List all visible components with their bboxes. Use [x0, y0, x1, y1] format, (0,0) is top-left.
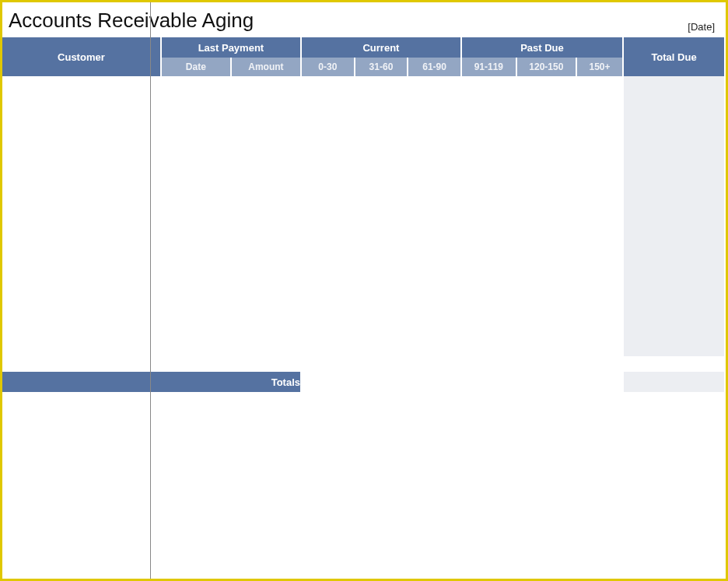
cell-amount[interactable]: [231, 76, 301, 95]
cell-b150p[interactable]: [576, 95, 623, 114]
cell-customer[interactable]: [2, 170, 161, 188]
cell-total[interactable]: [623, 300, 725, 319]
cell-date[interactable]: [161, 170, 231, 188]
cell-b120_150[interactable]: [516, 263, 576, 282]
cell-b31_60[interactable]: [355, 170, 408, 188]
cell-customer[interactable]: [2, 207, 161, 226]
cell-customer[interactable]: [2, 244, 161, 263]
cell-b61_90[interactable]: [408, 188, 461, 207]
cell-b150p[interactable]: [576, 170, 623, 188]
cell-b91_119[interactable]: [461, 282, 516, 300]
cell-customer[interactable]: [2, 151, 161, 170]
cell-b31_60[interactable]: [355, 282, 408, 300]
cell-b150p[interactable]: [576, 300, 623, 319]
cell-b150p[interactable]: [576, 319, 623, 338]
cell-b120_150[interactable]: [516, 244, 576, 263]
cell-customer[interactable]: [2, 338, 161, 356]
cell-b31_60[interactable]: [355, 244, 408, 263]
cell-amount[interactable]: [231, 300, 301, 319]
cell-b150p[interactable]: [576, 338, 623, 356]
cell-total[interactable]: [623, 114, 725, 132]
cell-b61_90[interactable]: [408, 170, 461, 188]
cell-b0_30[interactable]: [301, 132, 355, 151]
cell-total[interactable]: [623, 244, 725, 263]
cell-date[interactable]: [161, 300, 231, 319]
cell-b31_60[interactable]: [355, 76, 408, 95]
cell-b0_30[interactable]: [301, 151, 355, 170]
cell-total[interactable]: [623, 207, 725, 226]
cell-amount[interactable]: [231, 282, 301, 300]
cell-date[interactable]: [161, 132, 231, 151]
cell-b61_90[interactable]: [408, 319, 461, 338]
cell-b61_90[interactable]: [408, 207, 461, 226]
cell-b31_60[interactable]: [355, 95, 408, 114]
cell-b0_30[interactable]: [301, 282, 355, 300]
cell-b31_60[interactable]: [355, 300, 408, 319]
cell-total[interactable]: [623, 188, 725, 207]
cell-b120_150[interactable]: [516, 319, 576, 338]
cell-amount[interactable]: [231, 170, 301, 188]
cell-b0_30[interactable]: [301, 319, 355, 338]
cell-b150p[interactable]: [576, 282, 623, 300]
cell-b31_60[interactable]: [355, 338, 408, 356]
cell-total[interactable]: [623, 282, 725, 300]
cell-date[interactable]: [161, 151, 231, 170]
cell-customer[interactable]: [2, 132, 161, 151]
cell-b150p[interactable]: [576, 132, 623, 151]
cell-b0_30[interactable]: [301, 95, 355, 114]
cell-total[interactable]: [623, 95, 725, 114]
cell-date[interactable]: [161, 76, 231, 95]
cell-amount[interactable]: [231, 226, 301, 244]
cell-b61_90[interactable]: [408, 114, 461, 132]
cell-customer[interactable]: [2, 95, 161, 114]
cell-amount[interactable]: [231, 132, 301, 151]
cell-amount[interactable]: [231, 319, 301, 338]
cell-customer[interactable]: [2, 114, 161, 132]
cell-b120_150[interactable]: [516, 170, 576, 188]
cell-b91_119[interactable]: [461, 188, 516, 207]
cell-date[interactable]: [161, 114, 231, 132]
cell-date[interactable]: [161, 282, 231, 300]
cell-b91_119[interactable]: [461, 170, 516, 188]
cell-b120_150[interactable]: [516, 76, 576, 95]
cell-b0_30[interactable]: [301, 207, 355, 226]
cell-b120_150[interactable]: [516, 300, 576, 319]
cell-customer[interactable]: [2, 263, 161, 282]
cell-b61_90[interactable]: [408, 263, 461, 282]
cell-b120_150[interactable]: [516, 114, 576, 132]
cell-b61_90[interactable]: [408, 338, 461, 356]
cell-b120_150[interactable]: [516, 132, 576, 151]
cell-b120_150[interactable]: [516, 282, 576, 300]
cell-b61_90[interactable]: [408, 95, 461, 114]
cell-total[interactable]: [623, 170, 725, 188]
cell-amount[interactable]: [231, 207, 301, 226]
cell-total[interactable]: [623, 132, 725, 151]
cell-b150p[interactable]: [576, 207, 623, 226]
cell-b150p[interactable]: [576, 114, 623, 132]
cell-b91_119[interactable]: [461, 226, 516, 244]
cell-customer[interactable]: [2, 319, 161, 338]
cell-b120_150[interactable]: [516, 151, 576, 170]
cell-b61_90[interactable]: [408, 151, 461, 170]
cell-customer[interactable]: [2, 226, 161, 244]
cell-b0_30[interactable]: [301, 114, 355, 132]
cell-amount[interactable]: [231, 114, 301, 132]
cell-b61_90[interactable]: [408, 244, 461, 263]
cell-b150p[interactable]: [576, 244, 623, 263]
cell-customer[interactable]: [2, 300, 161, 319]
cell-b91_119[interactable]: [461, 114, 516, 132]
cell-total[interactable]: [623, 263, 725, 282]
cell-customer[interactable]: [2, 76, 161, 95]
cell-b91_119[interactable]: [461, 76, 516, 95]
cell-b91_119[interactable]: [461, 319, 516, 338]
cell-b31_60[interactable]: [355, 151, 408, 170]
cell-b91_119[interactable]: [461, 263, 516, 282]
cell-date[interactable]: [161, 244, 231, 263]
cell-b150p[interactable]: [576, 76, 623, 95]
cell-b120_150[interactable]: [516, 338, 576, 356]
cell-b0_30[interactable]: [301, 244, 355, 263]
cell-b31_60[interactable]: [355, 226, 408, 244]
cell-b91_119[interactable]: [461, 244, 516, 263]
cell-b120_150[interactable]: [516, 207, 576, 226]
cell-b150p[interactable]: [576, 226, 623, 244]
